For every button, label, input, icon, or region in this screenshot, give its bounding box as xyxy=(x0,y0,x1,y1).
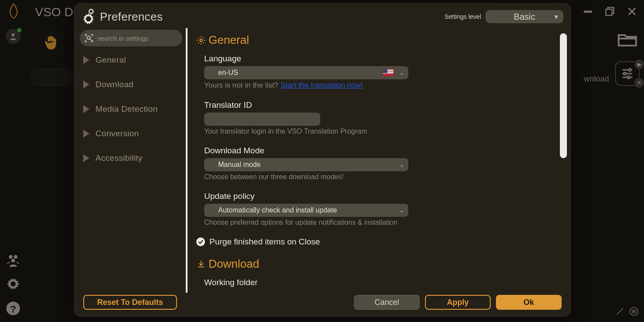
update-policy-select[interactable]: Automatically check and install update ⌄ xyxy=(204,204,408,217)
update-policy-label: Update policy xyxy=(204,191,557,201)
apply-button[interactable]: Apply xyxy=(425,295,491,310)
sidebar-item-label: Accessibility xyxy=(96,153,142,163)
sidebar: General Download Media Detection Convers… xyxy=(74,28,188,293)
field-language: Language en-US ⌄ Yours is not in the lis… xyxy=(196,54,557,90)
chevron-down-icon: ⌄ xyxy=(400,70,404,76)
download-mode-select[interactable]: Manual mode ⌄ xyxy=(204,158,408,171)
settings-level-value: Basic xyxy=(514,12,535,22)
play-icon xyxy=(83,81,89,88)
ok-button[interactable]: Ok xyxy=(496,295,562,310)
preferences-dialog: Preferences Settings level Basic ▼ Gener… xyxy=(74,4,570,316)
chevron-down-icon: ⌄ xyxy=(400,207,404,213)
field-working-folder: Working folder xyxy=(196,278,557,287)
field-purge-on-close: Purge finished items on Close xyxy=(196,237,557,247)
sidebar-item-download[interactable]: Download xyxy=(80,74,182,96)
dialog-header: Preferences Settings level Basic ▼ xyxy=(74,4,570,28)
search-input[interactable] xyxy=(97,35,180,42)
content-pane: General Language en-US ⌄ Yours is not in… xyxy=(188,28,570,293)
chevron-down-icon: ⌄ xyxy=(400,162,404,168)
svg-line-18 xyxy=(90,39,92,41)
download-mode-desc: Choose between our three download modes! xyxy=(204,173,557,181)
chevron-down-icon: ▼ xyxy=(553,14,559,20)
play-icon xyxy=(83,154,89,162)
field-update-policy: Update policy Automatically check and in… xyxy=(196,191,557,226)
download-mode-label: Download Mode xyxy=(204,146,557,156)
section-heading-download: Download xyxy=(196,257,557,271)
purge-label: Purge finished items on Close xyxy=(209,237,320,247)
update-policy-value: Automatically check and install update xyxy=(218,206,337,214)
download-mode-value: Manual mode xyxy=(218,161,261,169)
dialog-footer: Reset To Defaults Cancel Apply Ok xyxy=(74,293,570,316)
scrollbar-thumb[interactable] xyxy=(560,33,567,158)
sidebar-item-conversion[interactable]: Conversion xyxy=(80,123,182,145)
update-policy-desc: Choose preferred options for update noti… xyxy=(204,219,557,226)
play-icon xyxy=(83,56,89,64)
search-icon xyxy=(84,33,94,43)
sidebar-item-general[interactable]: General xyxy=(80,49,182,71)
cancel-button[interactable]: Cancel xyxy=(354,295,420,310)
sidebar-item-label: Download xyxy=(96,80,134,89)
search-field[interactable] xyxy=(80,30,182,46)
play-icon xyxy=(83,105,89,113)
settings-level-label: Settings level xyxy=(445,13,481,20)
section-heading-general: General xyxy=(196,33,557,47)
flag-us-icon xyxy=(383,69,393,76)
svg-point-19 xyxy=(200,39,202,42)
working-folder-label: Working folder xyxy=(204,278,557,287)
field-translator-id: Translator ID Your translator login in t… xyxy=(196,100,557,135)
translation-link[interactable]: Start the translation now! xyxy=(280,81,363,89)
purge-checkbox[interactable] xyxy=(196,237,205,246)
settings-level-select[interactable]: Basic ▼ xyxy=(485,10,563,23)
reset-defaults-button[interactable]: Reset To Defaults xyxy=(83,295,177,310)
preferences-icon xyxy=(79,8,96,25)
language-label: Language xyxy=(204,54,557,64)
language-hint: Yours is not in the list? xyxy=(204,81,278,89)
translator-id-input[interactable] xyxy=(204,113,320,126)
sidebar-item-accessibility[interactable]: Accessibility xyxy=(80,147,182,169)
field-download-mode: Download Mode Manual mode ⌄ Choose betwe… xyxy=(196,146,557,181)
dialog-title: Preferences xyxy=(100,10,163,24)
sidebar-item-label: Media Detection xyxy=(96,104,158,114)
language-value: en-US xyxy=(218,69,238,77)
translator-desc: Your translator login in the VSO Transla… xyxy=(204,127,557,135)
sidebar-item-label: Conversion xyxy=(96,129,139,138)
sidebar-item-media-detection[interactable]: Media Detection xyxy=(80,98,182,120)
svg-point-17 xyxy=(87,36,90,39)
sidebar-item-label: General xyxy=(96,55,126,65)
translator-label: Translator ID xyxy=(204,100,557,110)
play-icon xyxy=(83,130,89,138)
language-select[interactable]: en-US ⌄ xyxy=(204,66,408,79)
